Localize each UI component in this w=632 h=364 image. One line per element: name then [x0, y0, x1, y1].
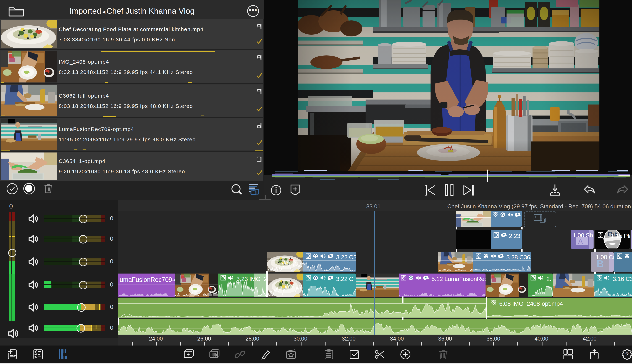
- svg-text:?: ?: [625, 351, 629, 358]
